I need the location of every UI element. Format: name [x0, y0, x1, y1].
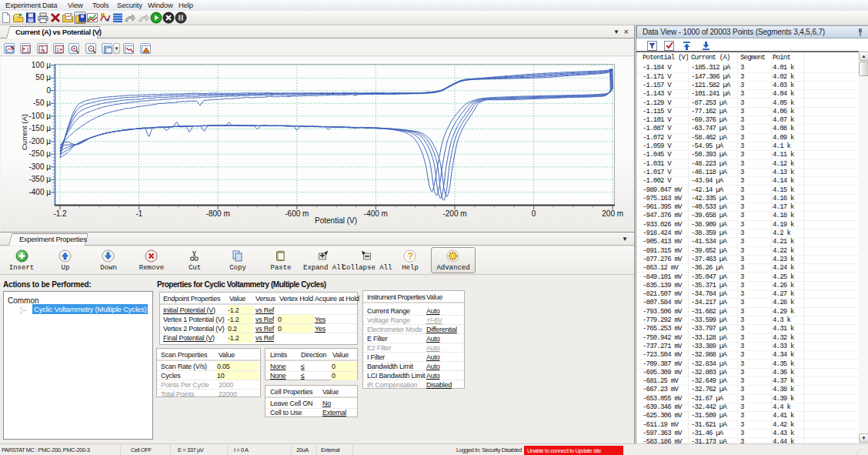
svg-text:?: ?	[408, 251, 413, 262]
